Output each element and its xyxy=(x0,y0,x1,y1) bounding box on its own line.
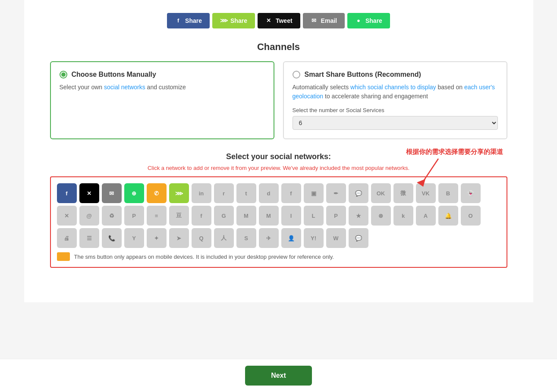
network-icon-instapaper[interactable]: ✒ xyxy=(326,183,346,203)
whatsapp-icon: ● xyxy=(355,17,362,24)
network-icon-at[interactable]: @ xyxy=(79,206,99,226)
channel-smart-radio[interactable] xyxy=(293,71,300,78)
networks-grid: f✕✉⊕✆⋙inrtdf▣✒💬OK微VKB👻✕@♻P≡豆fGMMILP★⊗kA🔔… xyxy=(57,183,500,248)
network-icon-care2[interactable]: ♻ xyxy=(102,206,122,226)
network-icon-meneame[interactable]: ☰ xyxy=(79,228,99,248)
network-icon-gmail[interactable]: M xyxy=(236,206,256,226)
network-icon-yammer[interactable]: Y xyxy=(124,228,144,248)
network-icon-facebook[interactable]: f xyxy=(57,183,77,203)
network-icon-douban[interactable]: 豆 xyxy=(169,206,189,226)
share-buttons-row: f Share ⋙ Share ✕ Tweet ✉ Email ● Share xyxy=(50,9,507,28)
network-icon-linkedin[interactable]: in xyxy=(192,183,211,203)
network-icon-skype[interactable]: S xyxy=(236,228,256,248)
network-icon-favorites[interactable]: ★ xyxy=(349,206,368,226)
network-icon-telegram[interactable]: ✈ xyxy=(259,228,279,248)
channel-options: Choose Buttons Manually Select your own … xyxy=(50,61,507,139)
channel-manual-radio[interactable] xyxy=(60,71,67,78)
network-icon-digg[interactable]: d xyxy=(259,183,279,203)
social-count-label: Select the number or Social Services xyxy=(293,107,498,113)
network-icon-mendeley[interactable]: M xyxy=(259,206,279,226)
network-icon-academia[interactable]: A xyxy=(416,206,436,226)
notice-bar: The sms button only appears on mobile de… xyxy=(57,252,500,261)
network-icon-whatsapp[interactable]: ⊕ xyxy=(124,183,144,203)
share-whatsapp-label: Share xyxy=(365,17,382,24)
email-icon: ✉ xyxy=(311,17,318,24)
channels-title: Channels xyxy=(50,41,507,53)
next-button-container: Next xyxy=(0,359,557,392)
network-icon-twitter[interactable]: ✕ xyxy=(79,183,99,203)
share-facebook-label: Share xyxy=(185,17,202,24)
network-icon-pinboard[interactable]: ➤ xyxy=(169,228,189,248)
twitter-icon: ✕ xyxy=(265,17,272,24)
svg-marker-1 xyxy=(417,179,425,187)
network-icon-livejournal[interactable]: L xyxy=(304,206,324,226)
facebook-icon: f xyxy=(175,17,182,24)
network-icon-outlook[interactable]: O xyxy=(461,206,481,226)
page-wrapper: f Share ⋙ Share ✕ Tweet ✉ Email ● Share … xyxy=(24,0,533,302)
network-icon-messenger[interactable]: 💬 xyxy=(349,183,368,203)
network-icon-renren[interactable]: 人 xyxy=(214,228,234,248)
network-icon-odnoklassniki[interactable]: OK xyxy=(371,183,391,203)
network-icon-email[interactable]: ✉ xyxy=(102,183,122,203)
network-icon-blocked[interactable]: ⊗ xyxy=(371,206,391,226)
channel-smart-title: Smart Share Buttons (Recommend) xyxy=(305,71,421,78)
share-twitter-label: Tweet xyxy=(276,17,293,24)
channel-manual-title: Choose Buttons Manually xyxy=(72,71,156,78)
network-icon-wordpress[interactable]: W xyxy=(326,228,346,248)
network-icon-tumblr[interactable]: t xyxy=(236,183,256,203)
channel-manual-header: Choose Buttons Manually xyxy=(60,71,265,78)
network-icon-klout[interactable]: k xyxy=(393,206,413,226)
network-icon-sms[interactable]: ✆ xyxy=(147,183,167,203)
network-icon-print[interactable]: 🖨 xyxy=(57,228,77,248)
network-icon-pocket[interactable]: P xyxy=(326,206,346,226)
share-twitter-button[interactable]: ✕ Tweet xyxy=(258,13,300,28)
channel-smart-desc: Automatically selects which social chann… xyxy=(293,83,498,101)
channel-manual-card[interactable]: Choose Buttons Manually Select your own … xyxy=(50,61,274,139)
channel-smart-card[interactable]: Smart Share Buttons (Recommend) Automati… xyxy=(283,61,507,139)
share-whatsapp-button[interactable]: ● Share xyxy=(347,13,390,28)
network-icon-unknown1[interactable]: 👤 xyxy=(281,228,301,248)
sms-notice-text: The sms button only appears on mobile de… xyxy=(74,254,334,260)
network-icon-wechat[interactable]: 💬 xyxy=(349,228,368,248)
network-icon-reddit[interactable]: r xyxy=(214,183,234,203)
share-sharethis-label: Share xyxy=(230,17,247,24)
network-icon-google[interactable]: G xyxy=(214,206,234,226)
sharethis-icon: ⋙ xyxy=(220,17,227,24)
annotation-arrow xyxy=(395,157,447,191)
network-icon-pinterest[interactable]: P xyxy=(124,206,144,226)
social-select-section: 根据你的需求选择需要分享的渠道 Select your social netwo… xyxy=(50,152,507,268)
network-icon-instapaper2[interactable]: I xyxy=(281,206,301,226)
network-icon-qzone[interactable]: Q xyxy=(192,228,211,248)
share-email-button[interactable]: ✉ Email xyxy=(303,13,345,28)
network-icon-notify[interactable]: 🔔 xyxy=(438,206,458,226)
next-button[interactable]: Next xyxy=(245,366,312,386)
network-icon-feedly[interactable]: f xyxy=(192,206,211,226)
network-icon-snapchat[interactable]: 👻 xyxy=(461,183,481,203)
share-sharethis-button[interactable]: ⋙ Share xyxy=(212,13,255,28)
network-icon-xing[interactable]: ✕ xyxy=(57,206,77,226)
annotation-text: 根据你的需求选择需要分享的渠道 xyxy=(406,148,503,156)
network-icon-yahoo[interactable]: Y! xyxy=(304,228,324,248)
network-icon-buffer[interactable]: ▣ xyxy=(304,183,324,203)
network-icon-viber[interactable]: 📞 xyxy=(102,228,122,248)
network-icon-sharethis[interactable]: ⋙ xyxy=(169,183,189,203)
social-count-select[interactable]: 6 2 3 4 5 7 8 xyxy=(293,116,498,130)
sms-notice-indicator xyxy=(57,252,70,261)
network-icon-buffer2[interactable]: ≡ xyxy=(147,206,167,226)
network-icon-delicious[interactable]: ✦ xyxy=(147,228,167,248)
network-icon-flipboard[interactable]: f xyxy=(281,183,301,203)
channel-manual-desc: Select your own social networks and cust… xyxy=(60,83,265,92)
share-facebook-button[interactable]: f Share xyxy=(167,13,210,28)
channel-smart-header: Smart Share Buttons (Recommend) xyxy=(293,71,498,78)
share-email-label: Email xyxy=(321,17,337,24)
